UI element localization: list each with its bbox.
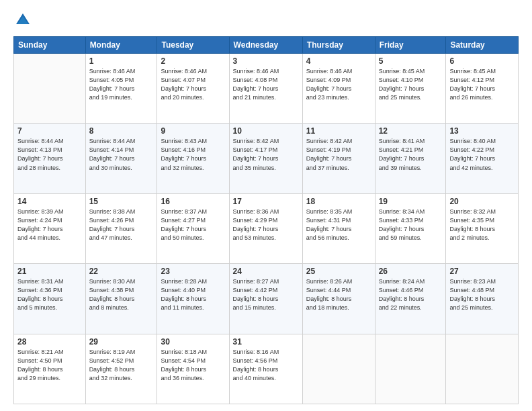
day-info: Sunrise: 8:16 AM Sunset: 4:56 PM Dayligh… xyxy=(233,348,299,383)
calendar-header-row: SundayMondayTuesdayWednesdayThursdayFrid… xyxy=(14,37,519,54)
day-info: Sunrise: 8:21 AM Sunset: 4:50 PM Dayligh… xyxy=(17,348,82,383)
day-number: 30 xyxy=(161,337,225,347)
day-info: Sunrise: 8:34 AM Sunset: 4:33 PM Dayligh… xyxy=(379,208,443,242)
calendar-cell: 1Sunrise: 8:46 AM Sunset: 4:05 PM Daylig… xyxy=(85,54,157,124)
day-info: Sunrise: 8:41 AM Sunset: 4:21 PM Dayligh… xyxy=(379,137,443,172)
day-info: Sunrise: 8:45 AM Sunset: 4:12 PM Dayligh… xyxy=(449,67,515,102)
day-number: 14 xyxy=(17,197,82,206)
calendar-cell: 23Sunrise: 8:28 AM Sunset: 4:40 PM Dayli… xyxy=(157,264,229,334)
day-number: 10 xyxy=(233,126,299,136)
day-number: 20 xyxy=(449,197,515,206)
calendar-cell: 22Sunrise: 8:30 AM Sunset: 4:38 PM Dayli… xyxy=(85,264,157,334)
day-number: 13 xyxy=(449,126,515,136)
day-info: Sunrise: 8:44 AM Sunset: 4:14 PM Dayligh… xyxy=(89,137,154,172)
calendar-cell: 26Sunrise: 8:24 AM Sunset: 4:46 PM Dayli… xyxy=(375,264,446,334)
day-header-thursday: Thursday xyxy=(302,37,375,54)
day-info: Sunrise: 8:30 AM Sunset: 4:38 PM Dayligh… xyxy=(89,277,154,312)
calendar-cell: 12Sunrise: 8:41 AM Sunset: 4:21 PM Dayli… xyxy=(375,124,446,193)
day-number: 3 xyxy=(233,56,299,66)
calendar-cell xyxy=(375,334,446,404)
calendar-table: SundayMondayTuesdayWednesdayThursdayFrid… xyxy=(13,36,519,404)
calendar-cell: 10Sunrise: 8:42 AM Sunset: 4:17 PM Dayli… xyxy=(229,124,302,193)
day-number: 11 xyxy=(306,126,371,136)
calendar-cell: 13Sunrise: 8:40 AM Sunset: 4:22 PM Dayli… xyxy=(446,124,519,193)
day-number: 28 xyxy=(17,337,82,347)
day-number: 8 xyxy=(89,126,154,136)
calendar-cell: 25Sunrise: 8:26 AM Sunset: 4:44 PM Dayli… xyxy=(302,264,375,334)
day-number: 18 xyxy=(306,197,371,206)
calendar-cell: 14Sunrise: 8:39 AM Sunset: 4:24 PM Dayli… xyxy=(14,193,86,263)
day-number: 9 xyxy=(161,126,225,136)
day-info: Sunrise: 8:42 AM Sunset: 4:17 PM Dayligh… xyxy=(233,137,299,172)
day-number: 23 xyxy=(161,267,225,276)
calendar-cell: 8Sunrise: 8:44 AM Sunset: 4:14 PM Daylig… xyxy=(85,124,157,193)
logo-icon xyxy=(13,11,32,30)
day-header-sunday: Sunday xyxy=(14,37,86,54)
day-number: 24 xyxy=(233,267,299,276)
day-number: 2 xyxy=(161,56,225,66)
day-info: Sunrise: 8:43 AM Sunset: 4:16 PM Dayligh… xyxy=(161,137,225,172)
day-info: Sunrise: 8:26 AM Sunset: 4:44 PM Dayligh… xyxy=(306,277,371,312)
calendar-week-2: 7Sunrise: 8:44 AM Sunset: 4:13 PM Daylig… xyxy=(14,124,519,193)
day-info: Sunrise: 8:18 AM Sunset: 4:54 PM Dayligh… xyxy=(161,348,225,383)
calendar-cell xyxy=(14,54,86,124)
day-info: Sunrise: 8:45 AM Sunset: 4:10 PM Dayligh… xyxy=(379,67,443,102)
day-info: Sunrise: 8:32 AM Sunset: 4:35 PM Dayligh… xyxy=(449,208,515,242)
calendar-cell: 18Sunrise: 8:35 AM Sunset: 4:31 PM Dayli… xyxy=(302,193,375,263)
day-info: Sunrise: 8:19 AM Sunset: 4:52 PM Dayligh… xyxy=(89,348,154,383)
day-info: Sunrise: 8:38 AM Sunset: 4:26 PM Dayligh… xyxy=(89,208,154,242)
day-header-monday: Monday xyxy=(85,37,157,54)
day-info: Sunrise: 8:46 AM Sunset: 4:07 PM Dayligh… xyxy=(161,67,225,102)
day-number: 21 xyxy=(17,267,82,276)
day-number: 5 xyxy=(379,56,443,66)
day-number: 12 xyxy=(379,126,443,136)
day-info: Sunrise: 8:37 AM Sunset: 4:27 PM Dayligh… xyxy=(161,208,225,242)
calendar-cell: 9Sunrise: 8:43 AM Sunset: 4:16 PM Daylig… xyxy=(157,124,229,193)
day-info: Sunrise: 8:40 AM Sunset: 4:22 PM Dayligh… xyxy=(449,137,515,172)
calendar-cell: 6Sunrise: 8:45 AM Sunset: 4:12 PM Daylig… xyxy=(446,54,519,124)
day-number: 7 xyxy=(17,126,82,136)
calendar-cell: 3Sunrise: 8:46 AM Sunset: 4:08 PM Daylig… xyxy=(229,54,302,124)
calendar-cell: 27Sunrise: 8:23 AM Sunset: 4:48 PM Dayli… xyxy=(446,264,519,334)
day-number: 31 xyxy=(233,337,299,347)
day-info: Sunrise: 8:46 AM Sunset: 4:05 PM Dayligh… xyxy=(89,67,154,102)
day-number: 29 xyxy=(89,337,154,347)
day-info: Sunrise: 8:39 AM Sunset: 4:24 PM Dayligh… xyxy=(17,208,82,242)
day-info: Sunrise: 8:35 AM Sunset: 4:31 PM Dayligh… xyxy=(306,208,371,242)
page: SundayMondayTuesdayWednesdayThursdayFrid… xyxy=(0,0,532,411)
calendar-cell: 16Sunrise: 8:37 AM Sunset: 4:27 PM Dayli… xyxy=(157,193,229,263)
day-number: 4 xyxy=(306,56,371,66)
calendar-cell: 21Sunrise: 8:31 AM Sunset: 4:36 PM Dayli… xyxy=(14,264,86,334)
calendar-cell: 7Sunrise: 8:44 AM Sunset: 4:13 PM Daylig… xyxy=(14,124,86,193)
calendar-cell: 30Sunrise: 8:18 AM Sunset: 4:54 PM Dayli… xyxy=(157,334,229,404)
calendar-cell: 17Sunrise: 8:36 AM Sunset: 4:29 PM Dayli… xyxy=(229,193,302,263)
day-info: Sunrise: 8:42 AM Sunset: 4:19 PM Dayligh… xyxy=(306,137,371,172)
header xyxy=(13,11,519,30)
day-info: Sunrise: 8:44 AM Sunset: 4:13 PM Dayligh… xyxy=(17,137,82,172)
day-number: 19 xyxy=(379,197,443,206)
logo xyxy=(13,11,35,30)
day-info: Sunrise: 8:24 AM Sunset: 4:46 PM Dayligh… xyxy=(379,277,443,312)
day-number: 6 xyxy=(449,56,515,66)
calendar-cell: 11Sunrise: 8:42 AM Sunset: 4:19 PM Dayli… xyxy=(302,124,375,193)
calendar-week-1: 1Sunrise: 8:46 AM Sunset: 4:05 PM Daylig… xyxy=(14,54,519,124)
calendar-cell: 29Sunrise: 8:19 AM Sunset: 4:52 PM Dayli… xyxy=(85,334,157,404)
day-header-friday: Friday xyxy=(375,37,446,54)
day-info: Sunrise: 8:23 AM Sunset: 4:48 PM Dayligh… xyxy=(449,277,515,312)
day-info: Sunrise: 8:46 AM Sunset: 4:09 PM Dayligh… xyxy=(306,67,371,102)
day-header-wednesday: Wednesday xyxy=(229,37,302,54)
day-number: 22 xyxy=(89,267,154,276)
calendar-cell: 19Sunrise: 8:34 AM Sunset: 4:33 PM Dayli… xyxy=(375,193,446,263)
day-header-tuesday: Tuesday xyxy=(157,37,229,54)
calendar-cell: 5Sunrise: 8:45 AM Sunset: 4:10 PM Daylig… xyxy=(375,54,446,124)
calendar-cell: 15Sunrise: 8:38 AM Sunset: 4:26 PM Dayli… xyxy=(85,193,157,263)
day-number: 16 xyxy=(161,197,225,206)
calendar-cell: 24Sunrise: 8:27 AM Sunset: 4:42 PM Dayli… xyxy=(229,264,302,334)
calendar-week-3: 14Sunrise: 8:39 AM Sunset: 4:24 PM Dayli… xyxy=(14,193,519,263)
day-number: 25 xyxy=(306,267,371,276)
calendar-cell: 2Sunrise: 8:46 AM Sunset: 4:07 PM Daylig… xyxy=(157,54,229,124)
day-number: 26 xyxy=(379,267,443,276)
calendar-cell: 28Sunrise: 8:21 AM Sunset: 4:50 PM Dayli… xyxy=(14,334,86,404)
day-info: Sunrise: 8:28 AM Sunset: 4:40 PM Dayligh… xyxy=(161,277,225,312)
day-number: 15 xyxy=(89,197,154,206)
